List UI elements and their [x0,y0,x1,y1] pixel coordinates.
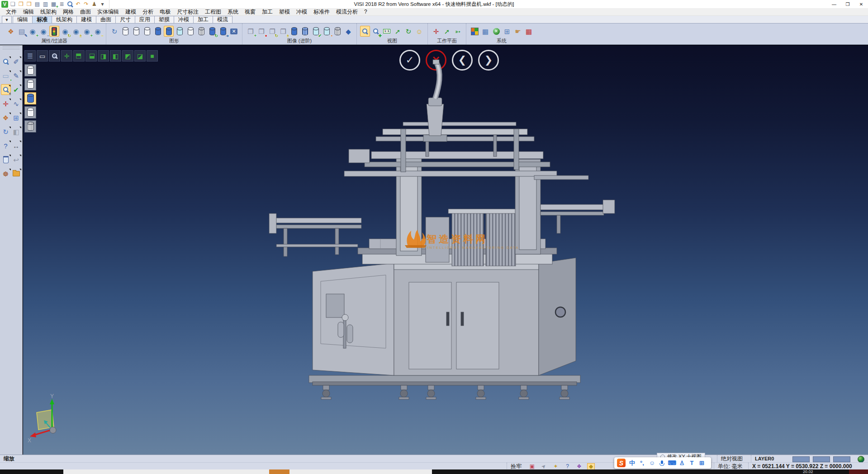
view-back-icon[interactable]: ◧ [110,50,121,62]
grid-settings-icon[interactable]: ▦ [524,26,534,37]
units-indicator[interactable]: 单位: 毫米 [714,463,743,470]
adv-add-icon[interactable]: ❐+ [246,26,256,37]
menu-item-window[interactable]: 视窗 [242,8,259,16]
save-all-icon[interactable]: ▦+ [50,0,57,8]
menu-item-dimension[interactable]: 尺寸标注 [174,8,202,16]
new-file-icon[interactable]: ❏ [9,0,17,8]
taskbar-segment-red[interactable] [849,469,868,474]
hatch-style-icon[interactable] [196,26,206,37]
save-icon[interactable]: ▤ [33,0,41,8]
view-bottom-icon[interactable]: ◧ [85,50,97,62]
tab-standard[interactable]: 标准 [32,16,52,23]
tab-mold[interactable]: 塑膜 [154,16,174,23]
workplane-origin-icon[interactable]: ✛ [431,26,441,37]
measure-icon[interactable]: ↔ [11,140,21,151]
attr-paint-icon[interactable]: ❖ [6,26,16,37]
menu-item-flow-analysis[interactable]: 模流分析 [333,8,361,16]
lock-button[interactable]: 拴牢 [507,463,522,470]
adv-solid-icon[interactable] [289,26,299,37]
sketch-icon[interactable]: ✎ [11,70,21,81]
menu-item-help[interactable]: ? [361,8,370,16]
layer-swatch[interactable] [833,456,850,462]
style-hidden-icon[interactable] [24,78,36,90]
ime-keyboard-icon[interactable]: ⌨ [669,460,675,467]
menu-item-solid-edit[interactable]: 实体编辑 [94,8,122,16]
status-pointer-icon[interactable]: ➤ [540,463,548,470]
tab-edit[interactable]: 编辑 [13,16,33,23]
show-toggle-icon[interactable]: ◉± [71,26,81,37]
viewport-3d[interactable]: ☰▭✛◧◧◨◧◩◪■ ✓✕❮❯ [23,45,868,455]
menu-item-modeling[interactable]: 建模 [122,8,139,16]
minimize-button[interactable]: — [827,0,841,8]
shaded-edges-style-icon[interactable] [164,26,174,37]
zoom-window-icon[interactable] [360,26,370,37]
confirm-check-icon[interactable]: ✔ [11,84,21,95]
tab-surface[interactable]: 曲面 [96,16,116,23]
view-top-icon[interactable]: ◧ [73,50,85,62]
print-icon[interactable]: ≣ [58,0,66,8]
axes-icon[interactable]: ✛ [1,98,11,109]
ime-emoji-icon[interactable]: ☺ [649,460,655,467]
shading-icon[interactable]: ◆ [343,26,353,37]
open-file-icon[interactable]: ❐ [17,0,25,8]
view-iso-icon[interactable]: ■ [147,50,158,62]
ime-mic-icon[interactable] [659,460,665,467]
sidebar-grip[interactable] [3,47,19,49]
ime-person-icon[interactable]: ♙ [678,460,685,467]
grid-window-icon[interactable]: ⊞ [11,112,21,123]
perspective-icon[interactable]: ☺ [414,26,424,37]
menu-item-machining[interactable]: 加工 [259,8,276,16]
help-icon[interactable]: ? [1,140,11,151]
visi-logo[interactable]: V [1,0,9,8]
rotate-view-icon[interactable]: ↻ [403,26,413,37]
workplane-align-icon[interactable]: ➳ [453,26,463,37]
system-settings-icon[interactable]: ✕ [491,26,501,37]
status-key-icon[interactable]: ✦ [552,463,560,470]
tab-dropdown-icon[interactable]: ▼ [2,16,12,23]
menu-item-surface[interactable]: 曲面 [77,8,94,16]
menu-item-system[interactable]: 系统 [224,8,242,16]
menu-item-electrode[interactable]: 电极 [157,8,174,16]
transparent-style-icon[interactable] [175,26,185,37]
qat-dropdown-icon[interactable]: ▾ [99,0,106,8]
edit-knife-icon[interactable]: ✐ [11,56,21,67]
menu-item-drawing[interactable]: 工程图 [202,8,224,16]
attr-page-icon[interactable]: ▤✎ [17,26,27,37]
hidden-line-style-icon[interactable] [131,26,141,37]
status-stamp-icon[interactable]: ▣ [528,463,536,470]
zoom-1to1-icon[interactable]: 1:1 [382,26,392,37]
undo-icon[interactable]: ↶ [74,0,82,8]
view-left-icon[interactable]: ◩ [122,50,133,62]
taskbar-segment-orange[interactable] [269,469,289,474]
layer-colors-icon[interactable] [470,26,479,37]
menu-item-standard-parts[interactable]: 标准件 [310,8,333,16]
workplane-move-icon[interactable]: ➚ [442,26,452,37]
filter-traffic-icon[interactable] [49,26,59,37]
graphics-options-icon[interactable]: ✕ [229,26,239,37]
adv-traffic-icon[interactable]: ❐● [256,26,266,37]
ime-toolbox-icon[interactable]: ⊞ [698,460,705,467]
window-select-icon[interactable]: ▭▪ [1,70,11,81]
status-help-icon[interactable]: ? [564,463,571,470]
update-solid-icon[interactable]: ↻ [207,26,217,37]
adv-check-icon[interactable]: ✔ [311,26,321,37]
view-front-icon[interactable]: ◨ [98,50,109,62]
viewport-zoom-icon[interactable] [49,50,60,62]
layer-swatch[interactable] [792,456,810,462]
window-options-icon[interactable]: ⊞ [502,26,512,37]
tab-flow[interactable]: 模流 [213,16,232,23]
regen-icon[interactable]: ↻ [109,26,119,37]
show-remove-icon[interactable]: ◉− [38,26,48,37]
ime-punct-icon[interactable]: °, [639,460,645,467]
absolute-view-button[interactable]: 绝对视图 [717,455,743,462]
tab-die[interactable]: 冲模 [174,16,194,23]
status-addin-icon[interactable]: ❖ [575,463,583,470]
style-shaded-icon[interactable] [24,92,36,104]
viewport-menu-icon[interactable]: ☰ [24,50,36,62]
tab-application[interactable]: 应用 [135,16,155,23]
layer-indicator[interactable]: LAYER0 [751,455,774,462]
save-as-icon[interactable]: ▥ [42,0,49,8]
select-options-icon[interactable]: ☛ [513,26,523,37]
menu-item-wireframe[interactable]: 线架构 [37,8,60,16]
ime-skin-icon[interactable]: T [688,460,695,467]
